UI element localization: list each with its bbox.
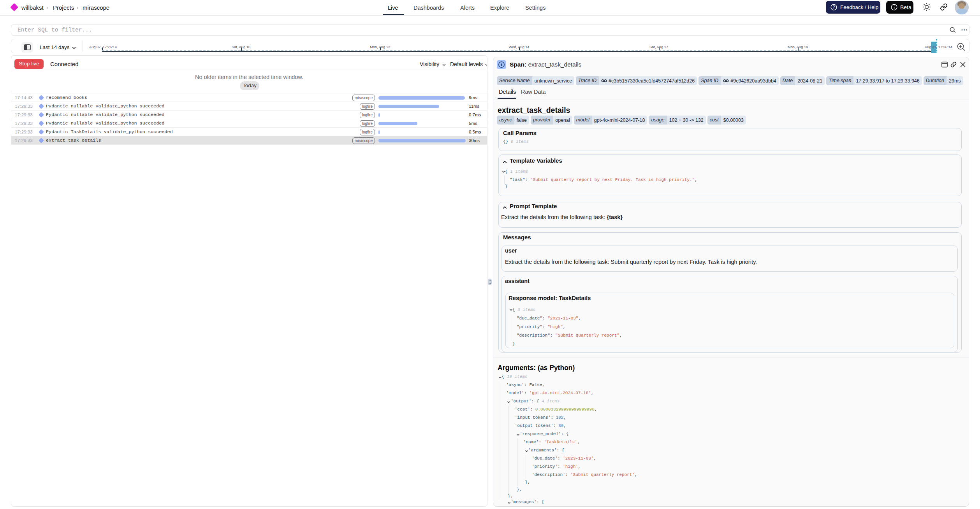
svg-text:?: ?: [833, 5, 835, 9]
